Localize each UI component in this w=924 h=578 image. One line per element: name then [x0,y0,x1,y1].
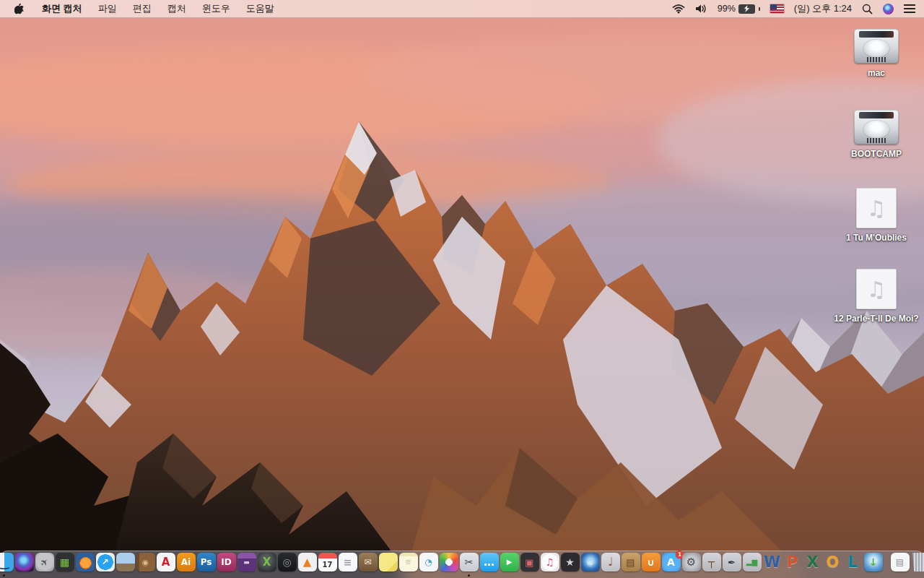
green-x-app-icon: X [258,553,276,571]
dock-item-mailbox-app[interactable]: ✉ [358,553,378,571]
menu-edit[interactable]: 편집 [125,0,160,17]
spotlight-icon[interactable] [862,4,873,14]
desktop-icon-parle-t-il[interactable]: ♫ 12 Parle-T-Il De Moi? [832,269,921,324]
menu-clock[interactable]: (일) 오후 1:24 [794,2,852,15]
dock-item-stickies[interactable] [378,553,398,571]
apple-logo-icon [14,3,24,14]
dock-item-garageband[interactable]: ♩ [601,553,620,571]
word-icon: W [763,553,782,571]
dock-item-lync[interactable]: L [843,553,863,571]
dock-item-green-x-app[interactable]: X [257,553,276,571]
dock-item-indesign[interactable]: ID [217,553,236,571]
dock-item-downloads-document[interactable]: ▤ [890,553,910,571]
dock-item-outlook[interactable]: O [823,553,842,571]
dock-item-itunes[interactable]: ♫ [540,553,559,571]
dock-item-powerpoint[interactable]: P [783,553,802,571]
dock-item-photo-booth[interactable]: ▣ [520,553,539,571]
trash-icon [911,553,924,571]
dock-item-launchpad[interactable]: ✈ [35,553,54,571]
dock-item-illustrator[interactable]: Ai [176,553,196,571]
app-store-icon: A1 [662,553,681,571]
audio-file-icon: ♫ [856,188,897,228]
dock-item-reminders[interactable]: ≡ [338,553,357,571]
dock-item-vlc[interactable]: ▲ [297,553,317,571]
dock-item-finder[interactable]: ‿ [0,553,14,571]
menu-window[interactable]: 윈도우 [194,0,238,17]
reminders-icon: ≡ [339,553,357,571]
volume-icon[interactable] [695,4,707,14]
powerpoint-icon: P [783,553,802,571]
dock-item-trash[interactable] [910,553,924,571]
dock-item-imovie[interactable]: ★ [560,553,580,571]
wifi-icon[interactable] [672,4,685,14]
dock-item-contacts[interactable]: ◉ [136,553,155,571]
menu-capture[interactable]: 캡처 [160,0,194,17]
dock-item-toast[interactable]: ▬ [237,553,256,571]
outlook-icon: O [824,553,842,571]
finder-icon: ‿ [0,553,14,571]
dvd-app-icon: ◉ [581,553,600,571]
garageband-icon: ♩ [601,553,620,571]
dock-item-planner-app[interactable]: ◔ [419,553,438,571]
mission-control-icon: ▦ [56,553,74,571]
menu-app-name[interactable]: 화면 캡처 [34,0,90,17]
dock-item-facetime[interactable]: ▶ [500,553,519,571]
dock: ‿✈▦↗◉AAiPsID▬X◎▲17≡✉≡◔✂…▶▣♫★◉♩▤∪A1⚙┬✒▂▆W… [0,551,924,578]
hard-drive-icon [854,29,899,64]
finder-running-indicator [3,574,5,577]
desktop-icon-mac[interactable]: mac [832,29,921,79]
dock-item-dvd-app[interactable]: ◉ [580,553,600,571]
dock-item-word[interactable]: W [762,553,782,571]
dock-item-acrobat[interactable]: A [156,553,175,571]
dock-item-messages[interactable]: … [479,553,499,571]
dock-item-preview[interactable] [116,553,135,571]
pages-icon: ✒ [723,553,741,571]
dock-item-calendar[interactable]: 17 [318,553,337,571]
vlc-icon: ▲ [298,553,317,571]
notepad-app-icon: ≡ [399,553,418,571]
battery-charging-icon [738,4,755,14]
dock-item-siri[interactable] [14,553,34,571]
dock-item-firefox[interactable] [75,553,95,571]
desktop-icon-label: BOOTCAMP [851,148,902,160]
desktop-icon-tu-moublies[interactable]: ♫ 1 Tu M'Oublies [832,188,921,243]
hard-drive-icon [854,110,899,144]
dock-item-numbers[interactable]: ▂▆ [742,553,762,571]
dock-item-safari[interactable]: ↗ [95,553,115,571]
dock-item-photoshop[interactable]: Ps [196,553,216,571]
battery-percent: 99% [718,4,736,14]
numbers-icon: ▂▆ [743,553,762,571]
audio-file-icon: ♫ [856,269,897,309]
notification-center-icon[interactable] [904,4,915,13]
downloads-document-icon: ▤ [891,553,910,571]
dock-item-pages[interactable]: ✒ [722,553,741,571]
menu-help[interactable]: 도움말 [238,0,282,17]
disc-drive-app-icon: ◎ [278,553,297,571]
dock-item-excel[interactable]: X [803,553,822,571]
keyboard-flag-icon[interactable] [770,4,784,13]
dock-item-keynote[interactable]: ┬ [702,553,721,571]
menu-file[interactable]: 파일 [90,0,125,17]
dock-item-newsstand-app[interactable]: ▤ [621,553,640,571]
battery-indicator[interactable]: 99% [718,4,760,14]
desktop-icon-label: 12 Parle-T-Il De Moi? [834,313,918,324]
dock-item-photos[interactable] [439,553,458,571]
desktop-wallpaper [0,0,924,578]
firefox-icon [76,553,95,571]
dock-item-web-downloader[interactable]: ↓ [863,553,883,571]
siri-icon[interactable] [883,4,894,14]
mailbox-app-icon: ✉ [359,553,378,571]
dock-item-notepad-app[interactable]: ≡ [398,553,418,571]
desktop-icon-bootcamp[interactable]: BOOTCAMP [832,110,921,160]
dock-item-grab-screen-capture[interactable]: ✂ [459,553,479,571]
dock-item-app-store[interactable]: A1 [661,553,681,571]
photos-icon [440,553,458,571]
dock-item-disc-drive-app[interactable]: ◎ [277,553,297,571]
apple-menu[interactable] [10,3,34,14]
dock-item-mission-control[interactable]: ▦ [55,553,74,571]
dock-item-system-preferences[interactable]: ⚙ [681,553,701,571]
dock-apps: ‿✈▦↗◉AAiPsID▬X◎▲17≡✉≡◔✂…▶▣♫★◉♩▤∪A1⚙┬✒▂▆W… [0,553,883,571]
dock-item-ibooks[interactable]: ∪ [641,553,661,571]
calendar-icon: 17 [318,553,337,571]
itunes-icon: ♫ [541,553,559,571]
